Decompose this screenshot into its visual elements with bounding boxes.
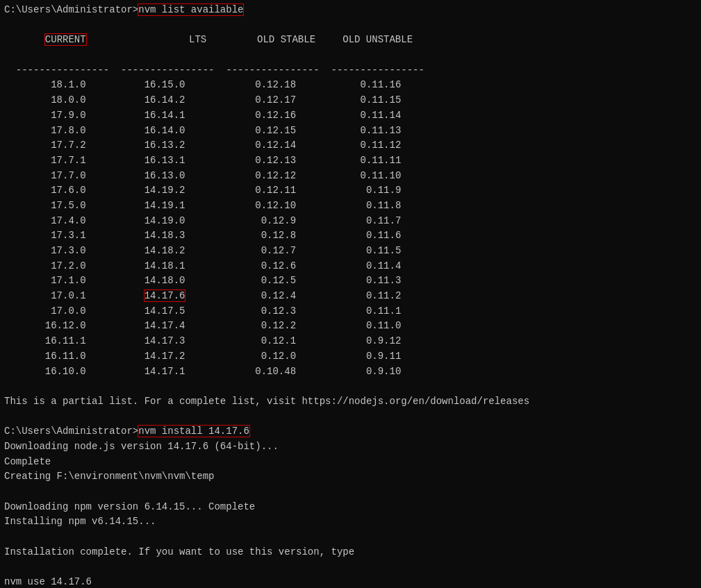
highlighted-lts-version: 14.17.6 xyxy=(145,290,185,301)
table-row: 16.12.0 14.17.4 0.12.2 0.11.0 xyxy=(4,319,697,334)
table-row: 17.7.0 16.13.0 0.12.12 0.11.10 xyxy=(4,169,697,184)
table-row: 17.3.0 14.18.2 0.12.7 0.11.5 xyxy=(4,244,697,259)
command-nvm-install: C:\Users\Administrator>nvm install 14.17… xyxy=(4,424,697,439)
header-current: CURRENT xyxy=(39,33,136,48)
table-row: 17.0.0 14.17.5 0.12.3 0.11.1 xyxy=(4,304,697,319)
table-row: 17.3.1 14.18.3 0.12.8 0.11.6 xyxy=(4,228,697,244)
install-line-4: Downloading npm version 6.14.15... Compl… xyxy=(4,500,697,515)
table-row: 17.5.0 14.19.1 0.12.10 0.11.8 xyxy=(4,199,697,214)
install-line-5: Installing npm v6.14.15... xyxy=(4,514,697,530)
install-line-1: Downloading node.js version 14.17.6 (64-… xyxy=(4,439,697,455)
command-nvm-list-available: C:\Users\Administrator>nvm list availabl… xyxy=(4,3,697,18)
nvm-install-command: nvm install 14.17.6 xyxy=(138,426,249,437)
table-row: 17.4.0 14.19.0 0.12.9 0.11.7 xyxy=(4,214,697,229)
table-row: 16.11.0 14.17.2 0.12.0 0.9.11 xyxy=(4,349,697,364)
header-old-unstable: OLD UNSTABLE xyxy=(331,33,428,48)
table-row: 17.7.2 16.13.2 0.12.14 0.11.12 xyxy=(4,138,697,153)
table-header-row: CURRENT LTS OLD STABLE OLD UNSTABLE xyxy=(4,18,697,63)
table-row: 17.7.1 16.13.1 0.12.13 0.11.11 xyxy=(4,153,697,169)
blank-line xyxy=(4,485,697,500)
table-row: 17.8.0 16.14.0 0.12.15 0.11.13 xyxy=(4,124,697,139)
header-lts: LTS xyxy=(136,33,233,48)
table-row: 17.1.0 14.18.0 0.12.5 0.11.3 xyxy=(4,274,697,289)
table-row: 18.1.0 16.15.0 0.12.18 0.11.16 xyxy=(4,78,697,93)
table-row: 17.6.0 14.19.2 0.12.11 0.11.9 xyxy=(4,183,697,199)
table-row: 17.2.0 14.18.1 0.12.6 0.11.4 xyxy=(4,259,697,274)
blank-line xyxy=(4,560,697,575)
current-header-highlight: CURRENT xyxy=(45,34,86,45)
blank-line xyxy=(4,379,697,394)
table-row: 17.9.0 16.14.1 0.12.16 0.11.14 xyxy=(4,108,697,124)
install-line-6: Installation complete. If you want to us… xyxy=(4,545,697,560)
version-table: CURRENT LTS OLD STABLE OLD UNSTABLE ----… xyxy=(4,18,697,380)
table-row: 17.0.1 14.17.6 0.12.4 0.11.2 xyxy=(4,289,697,304)
table-row: 16.10.0 14.17.1 0.10.48 0.9.10 xyxy=(4,364,697,380)
table-divider: ---------------- ---------------- ------… xyxy=(4,63,697,78)
blank-line xyxy=(4,530,697,545)
blank-line xyxy=(4,410,697,425)
nvm-list-available-command: nvm list available xyxy=(138,4,243,15)
table-row: 18.0.0 16.14.2 0.12.17 0.11.15 xyxy=(4,93,697,108)
header-old-stable: OLD STABLE xyxy=(233,33,331,48)
partial-list-note: This is a partial list. For a complete l… xyxy=(4,394,697,410)
install-line-3: Creating F:\environment\nvm\nvm\temp xyxy=(4,469,697,485)
install-line-7: nvm use 14.17.6 xyxy=(4,575,697,588)
install-line-2: Complete xyxy=(4,455,697,470)
table-row: 16.11.1 14.17.3 0.12.1 0.9.12 xyxy=(4,334,697,349)
terminal-window: C:\Users\Administrator>nvm list availabl… xyxy=(0,0,701,588)
